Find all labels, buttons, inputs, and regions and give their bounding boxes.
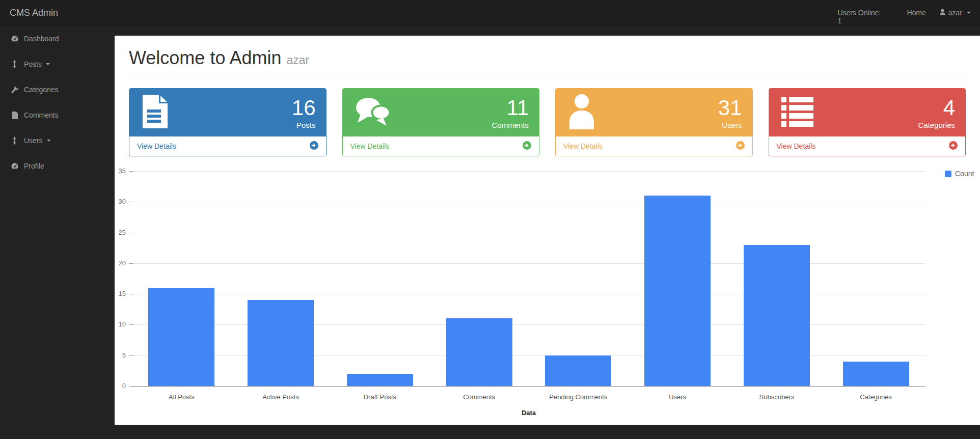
sidebar-item-label: Dashboard [24, 35, 59, 43]
stat-label: Users [718, 121, 742, 129]
view-details-label: View Details [777, 142, 816, 150]
y-tick-label: 35 [105, 167, 126, 175]
nav-home-link[interactable]: Home [907, 9, 925, 17]
x-axis-label: Subscribers [728, 393, 825, 401]
bar-chart: Count Data 05101520253035All PostsActive… [129, 166, 966, 427]
stat-card-posts: 16 Posts View Details [129, 88, 326, 156]
dashboard-icon [10, 162, 19, 170]
top-navbar: CMS Admin Users Online: 1 Home azar [0, 0, 980, 25]
y-tick [129, 263, 133, 264]
legend-label: Count [955, 170, 974, 178]
view-details-label: View Details [563, 142, 603, 150]
list-icon [779, 96, 815, 129]
sidebar-item-label: Comments [24, 111, 59, 119]
sidebar-item-label: Profile [24, 162, 44, 170]
file-icon [10, 112, 19, 119]
view-details-link[interactable]: View Details [769, 136, 966, 156]
stat-card-header: 16 Posts [129, 89, 326, 136]
bar [843, 362, 909, 386]
x-axis-label: Draft Posts [332, 393, 428, 401]
bar [347, 374, 413, 386]
arrows-v-icon [10, 136, 19, 145]
chevron-down-icon [47, 140, 51, 142]
view-details-link[interactable]: View Details [556, 136, 752, 156]
stat-card-header: 11 Comments [343, 89, 539, 136]
chevron-down-icon [967, 12, 971, 14]
file-text-icon [140, 94, 170, 131]
y-tick [129, 386, 133, 387]
stat-card-header: 31 Users [556, 89, 752, 136]
gridline [132, 171, 925, 172]
x-axis-label: Comments [431, 393, 528, 401]
stat-card-comments: 11 Comments View Details [342, 88, 540, 156]
y-tick-label: 5 [105, 351, 126, 359]
arrow-circle-right-icon [310, 141, 318, 151]
x-axis-title: Data [478, 409, 580, 417]
legend-swatch [945, 171, 951, 177]
y-tick-label: 20 [105, 259, 126, 267]
page-header: Welcome to Admin azar [129, 48, 966, 77]
wrench-icon [10, 86, 19, 94]
sidebar-item-label: Categories [24, 86, 59, 94]
y-tick [129, 324, 133, 325]
dashboard-icon [10, 35, 19, 43]
y-tick-label: 25 [105, 229, 126, 236]
stat-value: 11 [492, 96, 529, 120]
x-axis-label: All Posts [133, 393, 230, 401]
sidebar-item-users[interactable]: Users [0, 128, 115, 153]
stat-value: 4 [918, 96, 955, 120]
user-menu[interactable]: azar [939, 9, 971, 17]
stat-value: 31 [718, 96, 742, 120]
username: azar [948, 9, 962, 17]
users-online-count: 1 [837, 17, 841, 25]
bar [248, 300, 314, 386]
sidebar-item-comments[interactable]: Comments [0, 102, 115, 128]
sidebar: Dashboard Posts Categories Comments User… [0, 26, 115, 439]
view-details-label: View Details [350, 142, 390, 150]
x-axis-label: Pending Comments [530, 393, 627, 401]
view-details-label: View Details [137, 142, 176, 150]
stat-card-users: 31 Users View Details [555, 88, 753, 156]
sidebar-item-posts[interactable]: Posts [0, 51, 115, 77]
navbar-right: Users Online: 1 Home azar [837, 0, 980, 25]
stat-label: Categories [918, 121, 955, 129]
stat-label: Comments [492, 121, 529, 129]
view-details-link[interactable]: View Details [343, 136, 539, 156]
sidebar-item-categories[interactable]: Categories [0, 77, 115, 102]
y-tick-label: 10 [105, 320, 126, 328]
bar [446, 318, 512, 386]
sidebar-item-dashboard[interactable]: Dashboard [0, 26, 115, 51]
arrow-circle-right-icon [949, 141, 958, 151]
stat-card-categories: 4 Categories View Details [769, 88, 966, 156]
gridline [132, 233, 925, 233]
users-online-indicator: Users Online: 1 [837, 9, 884, 25]
bar [644, 196, 711, 386]
view-details-link[interactable]: View Details [129, 136, 326, 156]
arrow-circle-right-icon [736, 141, 745, 151]
y-tick-label: 15 [105, 290, 126, 297]
arrows-v-icon [10, 60, 19, 68]
sidebar-item-label: Posts [24, 60, 42, 68]
sidebar-item-label: Users [24, 136, 43, 145]
y-tick [129, 171, 133, 172]
app-brand[interactable]: CMS Admin [0, 0, 58, 18]
page-title: Welcome to Admin azar [129, 48, 966, 70]
stat-label: Posts [292, 121, 316, 129]
stat-card-header: 4 Categories [769, 89, 966, 136]
comments-icon [353, 95, 392, 130]
stat-value: 16 [292, 96, 316, 120]
y-tick [129, 233, 133, 233]
page-subtitle: azar [286, 53, 309, 67]
chart-legend: Count [945, 170, 974, 178]
y-tick-label: 30 [105, 198, 126, 205]
y-tick [129, 202, 133, 202]
arrow-circle-right-icon [523, 141, 531, 151]
user-icon [566, 94, 597, 131]
bar [744, 245, 810, 386]
sidebar-item-profile[interactable]: Profile [0, 153, 115, 179]
stat-cards-row: 16 Posts View Details 11 Comments [129, 88, 966, 156]
user-icon [939, 9, 946, 17]
y-tick-label: 0 [105, 382, 126, 390]
x-axis-label: Categories [828, 393, 924, 401]
x-axis-label: Users [629, 393, 726, 401]
